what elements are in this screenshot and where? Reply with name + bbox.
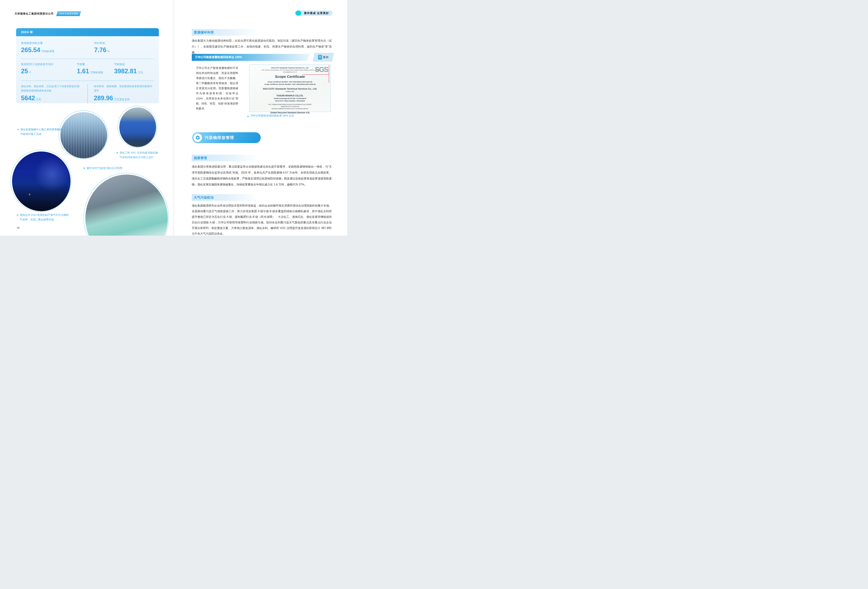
- stats-row-2: 集团投用工业能效提升项目 25个 节能量 1.61万吨标准煤 节能效益 3982…: [21, 59, 154, 80]
- sgs-logo: SGS: [315, 66, 328, 73]
- photo-plant-aerial: [86, 174, 168, 236]
- cert-standard: Global Recycled Standard (Version 4.0): [249, 111, 331, 114]
- company-name: 天津渤海化工集团有限责任公司: [15, 12, 54, 15]
- stats-card-body: 集团能源消耗总量 265.54万吨标准煤 同比降低 7.76% 集团投用工业能效…: [16, 36, 159, 103]
- paragraph-solid-waste: 渤化集团分类推进固废治理，重点固废监管企业根据危废信息化提升新要求，采购危险废物…: [192, 164, 332, 187]
- pollution-management-banner: 污染物排放管理: [192, 132, 261, 143]
- photo-plant-night: [12, 152, 71, 211]
- report-year-badge: 2024 社会责任报告: [56, 11, 81, 16]
- paragraph-air-pollution: 渤化集团梳理研判企业环保治理技术需求和环境效益，组织企业积极申报京津冀环境综合治…: [192, 203, 332, 236]
- chevrons-icon: »: [117, 151, 118, 159]
- header-right: 善作善成 化育美好: [295, 10, 332, 16]
- sgs-red-line-vertical: [329, 65, 329, 83]
- cert-certifies-that: certifies that: [249, 91, 331, 92]
- chevrons-icon: »: [83, 166, 85, 170]
- dotted-separator: [21, 80, 154, 81]
- cert-client-number: SGS-CSTC Client Number: GRC03634: [249, 100, 331, 102]
- slogan: 善作善成 化育美好: [304, 12, 329, 15]
- cert-te-id: Textile Exchange-ID (TE-ID): TE-00116076: [249, 97, 331, 99]
- case-badge: 案例: [313, 53, 334, 62]
- cert-company-address: No.7,Xinghua Road Xiqing Economic Develo…: [249, 103, 331, 105]
- stats-card-year: 2024 年: [16, 28, 159, 36]
- caption-chlor-alkali: » 渤化发展氯碱中心氯乙烯装置裂解炉节能项目施工完成: [17, 127, 63, 136]
- section-title-solid-waste: 固废管理: [192, 155, 258, 161]
- dotted-separator: [21, 59, 154, 59]
- gear-icon: [195, 135, 200, 140]
- stats-card: 2024 年 集团能源消耗总量 265.54万吨标准煤 同比降低 7.76% 集…: [16, 28, 159, 103]
- stat-city-fund: 海光科技、新源氢能、海晶集团设备更新项目获得天津市 289.96万元资金支持: [87, 84, 154, 103]
- chevrons-icon: »: [247, 114, 249, 118]
- cert-title: Scope Certificate: [249, 75, 331, 79]
- header-left: 天津渤海化工集团有限责任公司 2024 社会责任报告: [15, 11, 81, 16]
- cert-version-number: Scope Certificate Version Number: SGC-GR…: [249, 83, 331, 85]
- paragraph-resource-recycling: 渤化集团大力推动能源结构转型，自发自用可再生能源滚动式规划。制定印发《废旧生产物…: [192, 38, 332, 56]
- case-document-icon: [318, 55, 322, 59]
- section-title-air-pollution: 大气污染防治: [192, 194, 258, 201]
- cert-company: TIANJIN WANHUA CO,LTD.: [249, 94, 331, 97]
- stat-saving-benefit: 节能效益 3982.81万元: [114, 63, 154, 80]
- gear-icon-circle: [193, 133, 202, 142]
- caption-pdh-hydrogen: » 渤海化学 PDH 装置的副产氢气可作为燃料气使用，实现二氧化碳零排放: [17, 213, 69, 222]
- caption-grs-certification: » 万华公司获得全球回收标准 GRS 认证: [247, 114, 294, 118]
- cert-number: Scope Certificate Number: SGC-GRC03634-G…: [249, 81, 331, 83]
- photo-blue-plant: [119, 108, 156, 147]
- section-title-resource-recycling: 资源循环利用: [192, 29, 258, 36]
- chevrons-icon: »: [17, 127, 19, 136]
- stats-row-1: 集团能源消耗总量 265.54万吨标准煤 同比降低 7.76%: [21, 36, 154, 59]
- page-number-left: 44: [17, 226, 19, 229]
- photo-refinery-day: [61, 112, 107, 158]
- stat-projects: 集团投用工业能效提升项目 25个: [21, 63, 77, 80]
- pollution-management-title: 污染物排放管理: [205, 135, 234, 140]
- case-body-text: 万华公司生产耐蒸煮覆铁膜时不采用化学涂料和油墨，而是采用塑料薄膜进行热覆合，因此…: [196, 65, 238, 111]
- sgs-certificate: SGS SGS-CSTC Standards Technical Service…: [249, 64, 331, 112]
- cyan-dot-icon: [295, 10, 301, 16]
- page-gutter: [173, 0, 175, 236]
- case-badge-label: 案例: [323, 56, 329, 59]
- cert-conformity: has been audited and found to be in conf…: [249, 108, 331, 109]
- caption-epc-project: » 渤化工程 EPC 总承包森泽煤铝烟气余热回收项目正式投入运行: [117, 151, 160, 159]
- stat-energy-saved: 节能量 1.61万吨标准煤: [77, 63, 114, 80]
- stat-energy-consumption: 集团能源消耗总量 265.54万吨标准煤: [21, 41, 94, 59]
- stat-yoy-decline: 同比降低 7.76%: [94, 41, 154, 59]
- sgs-red-line-horizontal: [303, 74, 329, 75]
- report-spread: 天津渤海化工集团有限责任公司 2024 社会责任报告 2024 年 集团能源消耗…: [0, 0, 347, 236]
- page-number-right: 45: [328, 226, 330, 229]
- cert-certifier: SGS-CSTC Standards Technical Services Co…: [249, 87, 331, 90]
- stat-bond-subsidy: 渤化永利、渤化发展、汉沽盐场三个设备更新超长期国债项目获得国债资金补贴 5642…: [21, 84, 87, 103]
- caption-steam-to-electric: » 液空永利“汽改电”项目正式投用: [83, 166, 139, 170]
- stats-row-3: 渤化永利、渤化发展、汉沽盐场三个设备更新超长期国债项目获得国债资金补贴 5642…: [21, 81, 154, 103]
- chevrons-icon: »: [17, 213, 18, 222]
- cert-company-address2: Tianjin Shi,CN-TJ,China,CN: [249, 106, 331, 108]
- case-banner: 万华公司耐蒸煮覆铁膜回收率达 100%: [192, 54, 310, 61]
